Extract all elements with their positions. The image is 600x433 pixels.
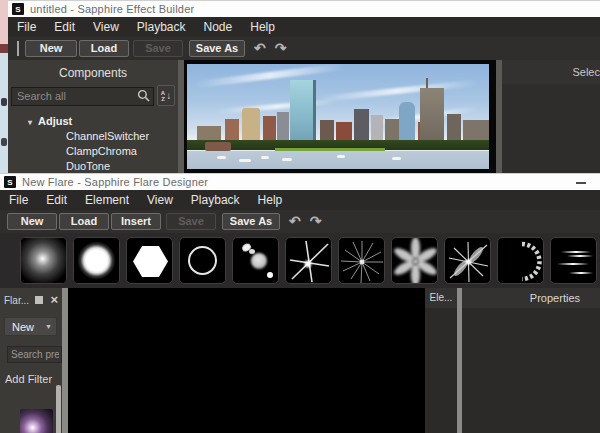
menu-view[interactable]: View: [84, 17, 128, 37]
search-icon: [137, 89, 150, 102]
float-panel-icon[interactable]: [35, 296, 43, 304]
load-button[interactable]: Load: [59, 213, 109, 230]
minimize-icon[interactable]: [576, 182, 586, 184]
flare-thumb-bokeh[interactable]: [232, 237, 279, 284]
menu-help[interactable]: Help: [249, 190, 292, 210]
desktop-strip-block: [1, 138, 7, 146]
menu-node[interactable]: Node: [195, 17, 242, 37]
flare-thumb-ring[interactable]: [179, 237, 226, 284]
window-title: untitled - Sapphire Effect Builder: [30, 3, 194, 15]
undo-icon[interactable]: ↶: [289, 213, 301, 230]
menu-playback[interactable]: Playback: [182, 190, 249, 210]
flare-thumb-disc[interactable]: [73, 237, 120, 284]
properties-panel: Properties: [462, 288, 600, 433]
preset-flare-thumbnail[interactable]: [20, 409, 53, 433]
effect-builder-menubar: File Edit View Playback Node Help: [8, 17, 600, 37]
sort-alphabetical-button[interactable]: AZ ↓: [157, 85, 175, 106]
flare-thumb-fan-rays[interactable]: [391, 237, 438, 284]
menu-edit[interactable]: Edit: [45, 17, 84, 37]
select-panel-header: Selec: [502, 60, 600, 84]
elements-panel-header: Ele...: [425, 288, 457, 308]
menu-file[interactable]: File: [0, 190, 37, 210]
flare-thumb-star[interactable]: [285, 237, 332, 284]
select-panel: Selec: [502, 60, 600, 173]
undo-icon[interactable]: ↶: [254, 40, 266, 57]
effect-builder-content: Components AZ ↓ ▾Adjust: [8, 60, 600, 173]
flare-canvas[interactable]: [68, 288, 425, 433]
menu-element[interactable]: Element: [76, 190, 138, 210]
load-button[interactable]: Load: [79, 40, 129, 57]
menu-edit[interactable]: Edit: [37, 190, 76, 210]
screen: S untitled - Sapphire Effect Builder Fil…: [0, 0, 600, 433]
components-header: Components: [8, 60, 178, 84]
save-as-button[interactable]: Save As: [222, 213, 280, 230]
menu-help[interactable]: Help: [241, 17, 284, 37]
sort-arrow-icon: ↓: [166, 90, 171, 101]
components-tree: ▾Adjust ChannelSwitcher ClampChroma DuoT…: [8, 113, 178, 174]
components-search-input[interactable]: [11, 87, 154, 106]
tree-item-channelswitcher[interactable]: ChannelSwitcher: [8, 129, 178, 144]
preview-viewer: [184, 60, 496, 173]
menu-file[interactable]: File: [8, 17, 45, 37]
save-as-button[interactable]: Save As: [189, 40, 245, 57]
scrollbar-thumb[interactable]: [56, 385, 61, 433]
flare-designer-window: S New Flare - Sapphire Flare Designer Fi…: [0, 173, 600, 433]
preset-new-dropdown[interactable]: New ▼: [4, 317, 57, 336]
desktop-strip-block: [1, 98, 7, 106]
preset-search-input[interactable]: [7, 346, 62, 363]
desktop-strip-block: [0, 0, 8, 44]
flare-thumb-burst[interactable]: [338, 237, 385, 284]
components-panel: Components AZ ↓ ▾Adjust: [8, 60, 178, 173]
sapphire-logo-icon: S: [4, 176, 16, 188]
toolbar-handle[interactable]: [17, 41, 19, 56]
menu-playback[interactable]: Playback: [128, 17, 195, 37]
flare-designer-titlebar[interactable]: S New Flare - Sapphire Flare Designer: [0, 173, 600, 190]
elements-panel: Ele...: [425, 288, 457, 433]
sapphire-logo-icon: S: [12, 3, 24, 15]
flare-designer-menubar: File Edit Element View Playback Help: [0, 190, 600, 210]
flare-thumb-spike-star[interactable]: [444, 237, 491, 284]
insert-button[interactable]: Insert: [111, 213, 161, 230]
flare-designer-toolbar: New Load Insert Save Save As ↶ ↷: [0, 210, 600, 233]
redo-icon[interactable]: ↷: [310, 213, 322, 230]
flare-presets-panel: Flar... × New ▼ Add Filter: [0, 288, 62, 433]
tree-group-adjust[interactable]: ▾Adjust: [8, 113, 178, 129]
effect-builder-toolbar: New Load Save Save As ↶ ↷: [8, 37, 600, 60]
flare-thumb-crescent[interactable]: [497, 237, 544, 284]
window-title: New Flare - Sapphire Flare Designer: [22, 176, 208, 188]
chevron-down-icon: ▼: [45, 323, 56, 330]
flare-designer-panels: Flar... × New ▼ Add Filter Ele...: [0, 288, 600, 433]
add-filter-link[interactable]: Add Filter: [5, 373, 62, 385]
desktop-strip-block: [0, 44, 8, 53]
river-water: [187, 151, 489, 169]
flare-panel-header: Flar... ×: [0, 288, 62, 308]
tree-item-duotone[interactable]: DuoTone: [8, 159, 178, 174]
desktop-background-strip: [0, 0, 8, 173]
tree-item-clampchroma[interactable]: ClampChroma: [8, 144, 178, 159]
properties-panel-header: Properties: [462, 288, 600, 308]
redo-icon[interactable]: ↷: [275, 40, 287, 57]
caret-down-icon: ▾: [28, 118, 32, 127]
flare-panel-title: Flar...: [4, 295, 35, 306]
new-button[interactable]: New: [7, 213, 57, 230]
close-icon[interactable]: ×: [50, 295, 58, 305]
save-button[interactable]: Save: [133, 40, 183, 57]
flare-thumb-hexagon[interactable]: [126, 237, 173, 284]
save-button[interactable]: Save: [166, 213, 216, 230]
effect-builder-titlebar[interactable]: S untitled - Sapphire Effect Builder: [8, 0, 600, 17]
flare-thumb-streaks[interactable]: [550, 237, 597, 284]
boston-skyline-photo: [187, 64, 489, 169]
effect-builder-window: S untitled - Sapphire Effect Builder Fil…: [8, 0, 600, 173]
new-button[interactable]: New: [25, 40, 77, 57]
menu-view[interactable]: View: [138, 190, 182, 210]
flare-thumbnail-strip: [0, 233, 600, 288]
components-search-row: AZ ↓: [11, 86, 175, 106]
flare-thumb-glow[interactable]: [20, 237, 67, 284]
